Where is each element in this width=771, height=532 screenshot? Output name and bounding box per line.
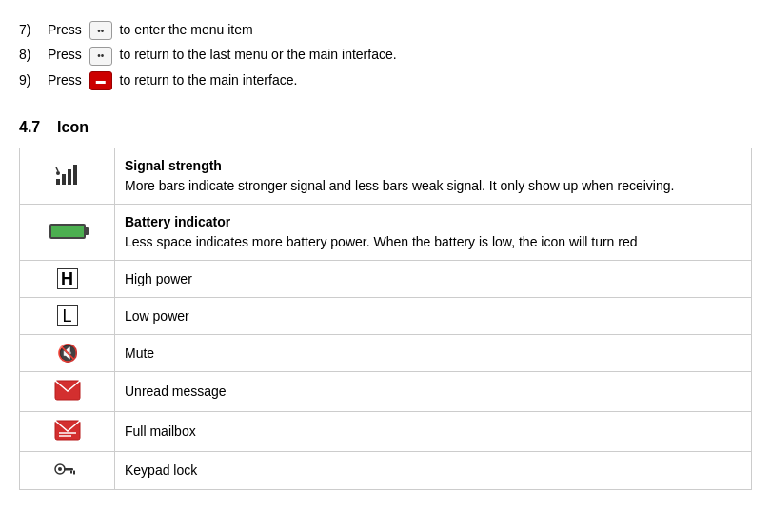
instruction-number-7: 7)	[19, 19, 48, 40]
instruction-item-8: 8) Press to return to the last menu or t…	[19, 44, 752, 65]
keypad-lock-icon	[52, 460, 83, 479]
svg-line-5	[56, 167, 58, 171]
table-row: L Low power	[20, 298, 752, 335]
icon-cell-signal	[20, 148, 115, 205]
mute-icon: 🔇	[57, 344, 78, 363]
table-row: Battery indicator Less space indicates m…	[20, 205, 752, 261]
key-button-dot-8[interactable]	[89, 47, 112, 66]
desc-cell-full-mailbox: Full mailbox	[115, 412, 752, 452]
icon-cell-keypad-lock	[20, 452, 115, 490]
signal-icon	[54, 164, 81, 187]
full-mailbox-icon	[54, 420, 81, 441]
battery-icon-wrapper	[49, 224, 86, 239]
svg-rect-13	[70, 471, 72, 474]
icon-cell-full-mailbox	[20, 412, 115, 452]
svg-rect-12	[64, 468, 73, 471]
svg-rect-14	[73, 471, 75, 475]
svg-rect-0	[56, 179, 60, 185]
svg-point-11	[58, 467, 62, 471]
desc-cell-signal: Signal strength More bars indicate stron…	[115, 148, 752, 205]
icon-cell-high-power: H	[20, 261, 115, 298]
high-power-icon: H	[57, 268, 78, 289]
icon-cell-battery	[20, 205, 115, 261]
svg-rect-1	[62, 174, 66, 185]
instruction-number-9: 9)	[19, 69, 48, 90]
instruction-number-8: 8)	[19, 44, 48, 65]
table-row: Keypad lock	[20, 452, 752, 490]
low-power-icon: L	[57, 305, 78, 326]
instruction-item-7: 7) Press to enter the menu item	[19, 19, 752, 40]
icon-cell-low-power: L	[20, 298, 115, 335]
key-button-dot-7[interactable]	[89, 21, 112, 40]
svg-rect-2	[68, 169, 71, 185]
instruction-item-9: 9) Press to return to the main interface…	[19, 69, 752, 90]
key-button-red-9[interactable]	[89, 71, 112, 90]
desc-cell-unread-message: Unread message	[115, 372, 752, 412]
table-row: Unread message	[20, 372, 752, 412]
svg-point-4	[56, 171, 60, 175]
desc-cell-high-power: High power	[115, 261, 752, 298]
table-row: Full mailbox	[20, 412, 752, 452]
table-row: 🔇 Mute	[20, 335, 752, 372]
unread-message-icon	[54, 380, 81, 401]
svg-rect-3	[73, 165, 77, 185]
instruction-text-7: Press to enter the menu item	[48, 19, 253, 40]
desc-cell-low-power: Low power	[115, 298, 752, 335]
battery-cap	[86, 227, 89, 235]
desc-cell-mute: Mute	[115, 335, 752, 372]
table-row: Signal strength More bars indicate stron…	[20, 148, 752, 205]
table-row: H High power	[20, 261, 752, 298]
section-title: 4.7 Icon	[19, 119, 752, 136]
icon-cell-mute: 🔇	[20, 335, 115, 372]
instructions-section: 7) Press to enter the menu item 8) Press…	[19, 19, 752, 90]
desc-cell-keypad-lock: Keypad lock	[115, 452, 752, 490]
battery-icon	[49, 224, 86, 239]
icon-cell-unread-message	[20, 372, 115, 412]
instruction-text-8: Press to return to the last menu or the …	[48, 44, 397, 65]
instruction-text-9: Press to return to the main interface.	[48, 69, 297, 90]
desc-cell-battery: Battery indicator Less space indicates m…	[115, 205, 752, 261]
icon-table: Signal strength More bars indicate stron…	[19, 148, 752, 490]
